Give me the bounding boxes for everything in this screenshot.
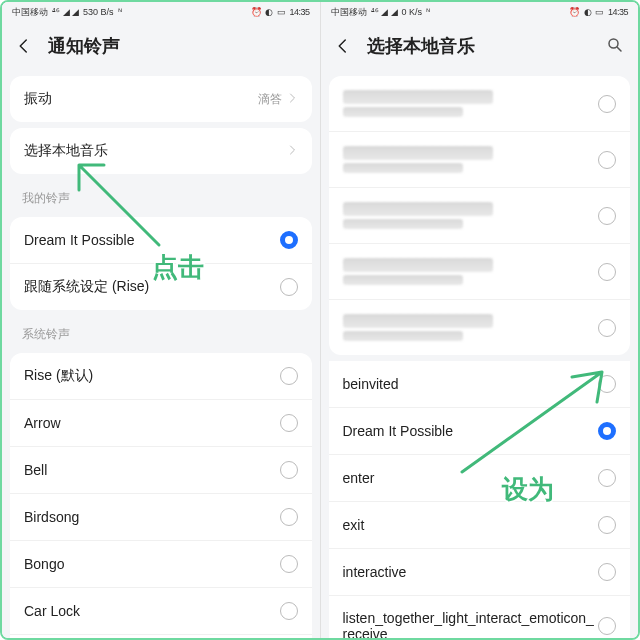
search-button[interactable] bbox=[606, 36, 626, 56]
back-button[interactable] bbox=[333, 36, 353, 56]
vibrate-label: 振动 bbox=[24, 90, 258, 108]
ringtone-row[interactable]: Dream It Possible bbox=[10, 217, 312, 264]
music-row-redacted[interactable] bbox=[329, 300, 631, 355]
chevron-right-icon bbox=[286, 91, 298, 107]
nfc-icon: ᴺ bbox=[426, 7, 430, 17]
row-local-music[interactable]: 选择本地音乐 bbox=[10, 128, 312, 174]
music-row[interactable]: interactive bbox=[329, 549, 631, 596]
page-title: 选择本地音乐 bbox=[367, 34, 593, 58]
radio-icon bbox=[598, 151, 616, 169]
radio-icon bbox=[280, 461, 298, 479]
ringtone-row[interactable]: Bongo bbox=[10, 541, 312, 588]
radio-icon bbox=[598, 422, 616, 440]
radio-icon bbox=[280, 367, 298, 385]
chevron-right-icon bbox=[286, 143, 298, 159]
music-row[interactable]: exit bbox=[329, 502, 631, 549]
section-system-ringtones: 系统铃声 bbox=[2, 316, 320, 347]
left-pane: 中国移动⁴⁶ ◢ ◢530 B/sᴺ ⏰◐▭14:35 通知铃声 振动 滴答 选… bbox=[2, 2, 320, 638]
ringtone-row[interactable]: Arrow bbox=[10, 400, 312, 447]
music-row-redacted[interactable] bbox=[329, 188, 631, 244]
music-label: enter bbox=[343, 470, 599, 486]
ringtone-row[interactable]: Birdsong bbox=[10, 494, 312, 541]
radio-icon bbox=[280, 508, 298, 526]
music-label: exit bbox=[343, 517, 599, 533]
radio-icon bbox=[598, 319, 616, 337]
radio-icon bbox=[598, 95, 616, 113]
music-row-redacted[interactable] bbox=[329, 132, 631, 188]
radio-icon bbox=[598, 375, 616, 393]
radio-icon bbox=[598, 263, 616, 281]
battery-icon: ▭ bbox=[277, 7, 286, 17]
ringtone-label: Bongo bbox=[24, 556, 280, 572]
dnd-icon: ◐ bbox=[265, 7, 273, 17]
music-row-redacted[interactable] bbox=[329, 244, 631, 300]
music-label: interactive bbox=[343, 564, 599, 580]
vibrate-value: 滴答 bbox=[258, 91, 282, 108]
ringtone-label: Arrow bbox=[24, 415, 280, 431]
dnd-icon: ◐ bbox=[584, 7, 592, 17]
radio-icon bbox=[280, 231, 298, 249]
local-music-label: 选择本地音乐 bbox=[24, 142, 286, 160]
section-my-ringtones: 我的铃声 bbox=[2, 180, 320, 211]
clock-label: 14:35 bbox=[608, 7, 628, 17]
clock-label: 14:35 bbox=[289, 7, 309, 17]
page-title: 通知铃声 bbox=[48, 34, 308, 58]
header: 选择本地音乐 bbox=[321, 22, 639, 70]
ringtone-row[interactable]: Cave bbox=[10, 635, 312, 638]
ringtone-label: Dream It Possible bbox=[24, 232, 280, 248]
radio-icon bbox=[280, 278, 298, 296]
radio-icon bbox=[598, 516, 616, 534]
radio-icon bbox=[598, 207, 616, 225]
radio-icon bbox=[598, 469, 616, 487]
carrier-label: 中国移动 bbox=[331, 6, 367, 19]
back-button[interactable] bbox=[14, 36, 34, 56]
music-row-redacted[interactable] bbox=[329, 76, 631, 132]
ringtone-label: Birdsong bbox=[24, 509, 280, 525]
status-bar: 中国移动⁴⁶ ◢ ◢0 K/sᴺ ⏰◐▭14:35 bbox=[321, 2, 639, 22]
carrier-label: 中国移动 bbox=[12, 6, 48, 19]
music-row[interactable]: beinvited bbox=[329, 361, 631, 408]
battery-icon: ▭ bbox=[595, 7, 604, 17]
music-row[interactable]: listen_together_light_interact_emoticon_… bbox=[329, 596, 631, 638]
status-bar: 中国移动⁴⁶ ◢ ◢530 B/sᴺ ⏰◐▭14:35 bbox=[2, 2, 320, 22]
music-label: listen_together_light_interact_emoticon_… bbox=[343, 610, 599, 638]
nfc-icon: ᴺ bbox=[118, 7, 122, 17]
ringtone-row[interactable]: Rise (默认) bbox=[10, 353, 312, 400]
ringtone-row[interactable]: Bell bbox=[10, 447, 312, 494]
ringtone-label: Bell bbox=[24, 462, 280, 478]
right-pane: 中国移动⁴⁶ ◢ ◢0 K/sᴺ ⏰◐▭14:35 选择本地音乐 beinvit… bbox=[320, 2, 639, 638]
music-label: Dream It Possible bbox=[343, 423, 599, 439]
music-row[interactable]: enter bbox=[329, 455, 631, 502]
ringtone-label: Car Lock bbox=[24, 603, 280, 619]
alarm-icon: ⏰ bbox=[569, 7, 580, 17]
music-label: beinvited bbox=[343, 376, 599, 392]
header: 通知铃声 bbox=[2, 22, 320, 70]
ringtone-row[interactable]: 跟随系统设定 (Rise) bbox=[10, 264, 312, 310]
radio-icon bbox=[598, 617, 616, 635]
signal-icon: ⁴⁶ ◢ ◢ bbox=[52, 7, 79, 17]
ringtone-label: Rise (默认) bbox=[24, 367, 280, 385]
radio-icon bbox=[280, 602, 298, 620]
ringtone-row[interactable]: Car Lock bbox=[10, 588, 312, 635]
music-row[interactable]: Dream It Possible bbox=[329, 408, 631, 455]
row-vibrate[interactable]: 振动 滴答 bbox=[10, 76, 312, 122]
net-speed: 530 B/s bbox=[83, 7, 114, 17]
signal-icon: ⁴⁶ ◢ ◢ bbox=[371, 7, 398, 17]
radio-icon bbox=[280, 555, 298, 573]
net-speed: 0 K/s bbox=[402, 7, 423, 17]
radio-icon bbox=[280, 414, 298, 432]
radio-icon bbox=[598, 563, 616, 581]
alarm-icon: ⏰ bbox=[251, 7, 262, 17]
ringtone-label: 跟随系统设定 (Rise) bbox=[24, 278, 280, 296]
